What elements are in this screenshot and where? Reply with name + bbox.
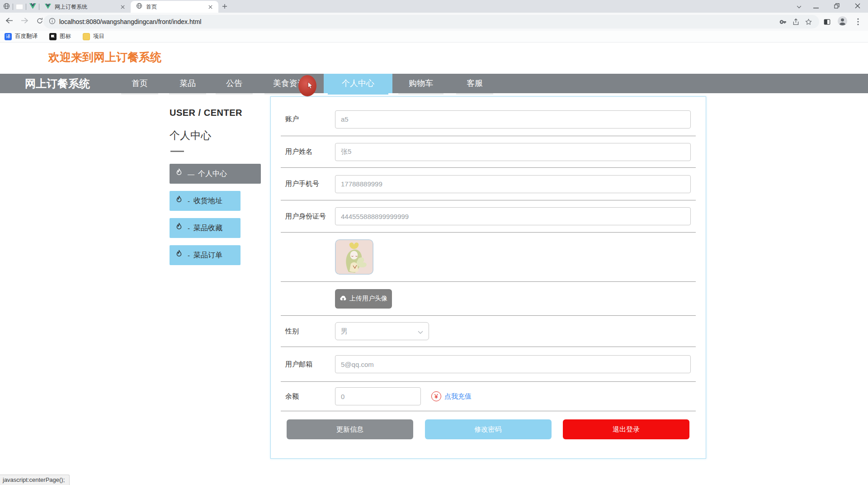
id-number-label: 用户身份证号: [281, 212, 335, 221]
change-password-button[interactable]: 修改密码: [425, 419, 552, 439]
address-bar[interactable]: localhost:8080/wangshangdingcan/front/in…: [43, 15, 819, 29]
sidebar-item-label: 收货地址: [193, 196, 222, 206]
sidebar-item-label: 个人中心: [198, 169, 227, 179]
form-row-gender: 性别 男: [281, 316, 696, 347]
minimize-button[interactable]: [806, 0, 826, 13]
sidebar-item-user-center[interactable]: — 个人中心: [170, 164, 261, 184]
globe-icon: [136, 3, 142, 11]
site-brand[interactable]: 网上订餐系统: [25, 74, 90, 93]
recharge-link[interactable]: 点我充值: [444, 392, 472, 401]
bookmark-baidu-translate[interactable]: 译 百度翻译: [5, 33, 38, 40]
user-center-panel: 账户 用户姓名 用户手机号 用户身份证号: [270, 96, 706, 459]
new-tab-icon: [222, 3, 227, 11]
bookmarks-bar: 译 百度翻译 图标 项目: [0, 31, 868, 43]
balance-label: 余额: [281, 392, 335, 401]
browser-tab-strip: 网上订餐系统 首页: [0, 0, 868, 13]
url-text: localhost:8080/wangshangdingcan/front/in…: [59, 18, 777, 25]
forward-button[interactable]: [18, 15, 31, 28]
side-panel-icon[interactable]: [821, 15, 833, 28]
close-icon[interactable]: [119, 3, 126, 10]
sidebar-item-label: 菜品订单: [193, 251, 222, 260]
refresh-icon: [36, 17, 43, 27]
translate-icon: 译: [5, 33, 12, 40]
nav-item-home[interactable]: 首页: [118, 74, 161, 93]
email-input[interactable]: [335, 355, 691, 373]
sidebar-divider: [170, 151, 184, 152]
sidebar-item-dish-orders[interactable]: - 菜品订单: [170, 245, 241, 265]
tab-title: 网上订餐系统: [55, 3, 115, 11]
restore-button[interactable]: [826, 0, 847, 13]
star-icon[interactable]: [802, 15, 815, 28]
click-indicator: [298, 75, 316, 96]
phone-label: 用户手机号: [281, 180, 335, 188]
screen: 网上订餐系统 首页: [0, 0, 868, 485]
upload-avatar-button[interactable]: 上传用户头像: [335, 289, 392, 309]
key-icon[interactable]: [777, 15, 789, 28]
menu-icon[interactable]: [852, 15, 864, 28]
form-row-upload: 上传用户头像: [281, 282, 696, 316]
user-avatar-image: [335, 239, 373, 275]
yen-icon: ¥: [431, 391, 441, 401]
new-tab-button[interactable]: [218, 1, 231, 13]
sidebar-item-address[interactable]: - 收货地址: [170, 191, 241, 211]
pinned-tab-globe[interactable]: [0, 1, 13, 13]
browser-tab-inactive[interactable]: 网上订餐系统: [39, 1, 131, 13]
username-label: 用户姓名: [281, 147, 335, 156]
window-controls: [792, 0, 868, 13]
vue-icon: [29, 3, 36, 11]
pinned-tab-blank[interactable]: [13, 1, 26, 13]
gender-selected-value: 男: [341, 327, 418, 336]
cursor-icon: [307, 81, 313, 90]
browser-toolbar: localhost:8080/wangshangdingcan/front/in…: [0, 13, 868, 31]
gender-select[interactable]: 男: [335, 322, 429, 340]
tab-title: 首页: [146, 3, 203, 11]
welcome-text: 欢迎来到网上订餐系统: [48, 50, 161, 65]
balance-input[interactable]: [335, 387, 421, 405]
toolbar-right: [821, 15, 864, 29]
nav-item-cart[interactable]: 购物车: [395, 74, 447, 93]
nav-item-service[interactable]: 客服: [453, 74, 496, 93]
logout-button[interactable]: 退出登录: [563, 419, 689, 439]
status-bar: javascript:centerPage();: [0, 475, 70, 485]
close-icon: [855, 2, 860, 10]
vue-icon: [45, 3, 51, 11]
browser-tab-active[interactable]: 首页: [131, 1, 218, 13]
bookmark-project[interactable]: 项目: [83, 33, 104, 40]
nav-item-dishes[interactable]: 菜品: [166, 74, 209, 93]
nav-item-user-center[interactable]: 个人中心: [324, 74, 392, 93]
close-icon[interactable]: [207, 3, 214, 10]
update-info-button[interactable]: 更新信息: [287, 419, 413, 439]
bookmark-icons[interactable]: 图标: [49, 33, 71, 40]
profile-icon[interactable]: [837, 16, 848, 28]
sidebar-item-dish-favorites[interactable]: - 菜品收藏: [170, 218, 241, 238]
forward-icon: [21, 17, 28, 26]
back-icon: [5, 17, 13, 26]
close-window-button[interactable]: [847, 0, 868, 13]
tab-search-button[interactable]: [792, 0, 806, 13]
form-row-email: 用户邮箱: [281, 347, 696, 382]
form-row-buttons: 更新信息 修改密码 退出登录: [281, 411, 696, 459]
phone-input[interactable]: [335, 175, 691, 193]
pinned-tab-vue[interactable]: [26, 1, 39, 13]
flame-icon: [174, 195, 184, 207]
note-icon: [83, 33, 90, 40]
share-icon[interactable]: [789, 15, 802, 28]
sidebar-subtitle: 个人中心: [170, 128, 211, 143]
flame-icon: [174, 168, 184, 180]
info-icon[interactable]: [49, 18, 56, 26]
form-row-id-number: 用户身份证号: [281, 200, 696, 233]
minimize-icon: [813, 2, 819, 10]
back-button[interactable]: [3, 15, 15, 28]
restore-icon: [834, 2, 840, 10]
form-row-balance: 余额 ¥ 点我充值: [281, 382, 696, 411]
id-number-input[interactable]: [335, 207, 691, 225]
upload-icon: [340, 295, 347, 303]
main-nav: 网上订餐系统 首页 菜品 公告 美食资讯 个人中心 购物车 客服: [0, 74, 868, 93]
account-input[interactable]: [335, 110, 691, 128]
form-row-username: 用户姓名: [281, 136, 696, 168]
globe-icon: [3, 3, 10, 11]
email-label: 用户邮箱: [281, 360, 335, 369]
form-row-avatar: [281, 233, 696, 282]
nav-item-notice[interactable]: 公告: [213, 74, 255, 93]
username-input[interactable]: [335, 143, 691, 161]
